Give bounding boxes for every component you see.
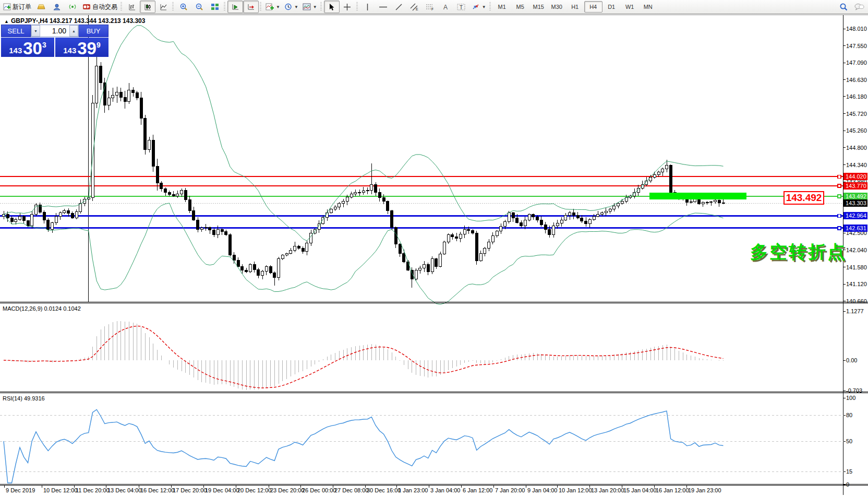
candle — [576, 215, 579, 218]
toolbar: 新订单 自动交易 — [0, 0, 868, 14]
candlestick-chart-button[interactable] — [140, 1, 155, 13]
candle — [176, 194, 179, 196]
text-button[interactable]: A — [438, 1, 454, 13]
fibonacci-button[interactable]: F — [423, 1, 438, 13]
candle — [342, 202, 345, 204]
candle — [488, 242, 490, 248]
chat-button[interactable] — [851, 1, 867, 13]
line-chart-icon — [160, 3, 167, 11]
candle — [216, 229, 219, 235]
autotrade-button[interactable]: 自动交易 — [80, 1, 119, 13]
timeframe-button-W1[interactable]: W1 — [621, 1, 639, 13]
vertical-line-button[interactable] — [360, 1, 376, 13]
chart-canvas[interactable]: 1.12770.00-0.7031008050150148.010147.550… — [0, 0, 868, 496]
trendline-button[interactable] — [391, 1, 407, 13]
community-button[interactable] — [49, 1, 65, 13]
bar-chart-button[interactable] — [124, 1, 140, 13]
zoom-out-button[interactable] — [191, 1, 207, 13]
chevron-down-icon: ▼ — [482, 5, 486, 9]
collapse-trade-panel-icon[interactable]: ▲ — [4, 19, 9, 24]
symbol-info[interactable]: ▲GBPJPY-,H4 143.217 143.344 143.213 143.… — [4, 17, 145, 25]
text-label-icon: T — [457, 3, 466, 11]
candle — [213, 230, 215, 235]
candle — [119, 92, 122, 97]
candle — [463, 229, 466, 234]
sell-button[interactable]: SELL — [1, 25, 31, 37]
candle — [447, 235, 450, 242]
line-chart-button[interactable] — [155, 1, 171, 13]
candle — [564, 216, 567, 220]
gold-button[interactable] — [33, 1, 49, 13]
candle — [310, 233, 312, 243]
templates-button[interactable]: ▼ — [300, 1, 319, 13]
candle — [100, 66, 102, 83]
candle — [132, 90, 135, 93]
timeframe-button-M5[interactable]: M5 — [511, 1, 529, 13]
periods-button[interactable]: ▼ — [282, 1, 300, 13]
buy-button[interactable]: BUY — [79, 25, 108, 37]
candle — [59, 212, 62, 216]
candle — [585, 221, 587, 224]
candle — [472, 230, 474, 233]
time-axis-label: 6 Jan 12:00 — [463, 487, 493, 493]
timeframe-button-M15[interactable]: M15 — [529, 1, 548, 13]
channel-button[interactable]: E — [407, 1, 423, 13]
horizontal-line-button[interactable] — [376, 1, 391, 13]
candle — [419, 268, 421, 270]
timeframe-button-H1[interactable]: H1 — [566, 1, 584, 13]
candle — [200, 228, 203, 230]
candle — [508, 212, 510, 222]
candle — [148, 140, 151, 150]
timeframe-button-D1[interactable]: D1 — [602, 1, 621, 13]
chinese-annotation: 多空转折点 — [750, 240, 847, 264]
time-axis-label: 30 Dec 16:00 — [367, 487, 401, 493]
volume-input[interactable]: 1.00 — [40, 25, 69, 37]
candle — [362, 191, 365, 192]
chart-shift-button[interactable] — [243, 1, 259, 13]
buy-price-display[interactable]: 143 39 9 — [55, 38, 108, 57]
candle — [601, 212, 604, 214]
timeframe-button-M1[interactable]: M1 — [493, 1, 511, 13]
candle — [500, 227, 502, 231]
crosshair-button[interactable] — [340, 1, 355, 13]
candle — [439, 254, 442, 266]
new-order-button[interactable]: 新订单 — [1, 1, 33, 13]
timeframe-button-MN[interactable]: MN — [639, 1, 657, 13]
sell-price-display[interactable]: 143 30 3 — [1, 38, 54, 57]
auto-scroll-button[interactable] — [227, 1, 243, 13]
time-axis-label: 16 Dec 12:00 — [140, 487, 174, 493]
candle — [249, 265, 251, 272]
arrows-button[interactable]: ▼ — [469, 1, 488, 13]
one-click-trading-panel: SELL ▼ 1.00 ▲ BUY 143 30 3 143 39 9 — [1, 25, 108, 57]
toolbar-right — [836, 1, 867, 13]
mt4-window: 新订单 自动交易 — [0, 0, 868, 496]
indicators-button[interactable]: ▼ — [263, 1, 282, 13]
toolbar-grip — [489, 2, 491, 11]
cursor-button[interactable] — [324, 1, 340, 13]
candle — [124, 98, 126, 102]
hline-endpoint-marker — [838, 195, 841, 198]
candle — [273, 273, 276, 277]
signal-button[interactable] — [65, 1, 80, 13]
rsi-axis-label: 100 — [846, 395, 855, 401]
timeframe-button-H4[interactable]: H4 — [584, 1, 602, 13]
candle — [75, 211, 78, 218]
volume-up-button[interactable]: ▲ — [69, 25, 78, 37]
volume-down-button[interactable]: ▼ — [31, 25, 40, 37]
label-button[interactable]: T — [454, 1, 469, 13]
candle — [415, 270, 417, 279]
sell-price-main: 30 — [23, 41, 42, 56]
price-axis-label: 147.550 — [846, 43, 867, 49]
candle — [496, 231, 498, 236]
candle — [710, 202, 713, 203]
timeframe-button-M30[interactable]: M30 — [548, 1, 566, 13]
search-button[interactable] — [836, 1, 851, 13]
price-annotation-label[interactable]: 143.492 — [783, 191, 824, 205]
candle — [427, 265, 429, 272]
tile-windows-button[interactable] — [207, 1, 223, 13]
candle — [338, 204, 341, 207]
candle — [306, 243, 308, 251]
zoom-in-button[interactable] — [176, 1, 191, 13]
chat-bubbles-icon — [854, 3, 864, 11]
toolbar-grip — [224, 2, 225, 11]
